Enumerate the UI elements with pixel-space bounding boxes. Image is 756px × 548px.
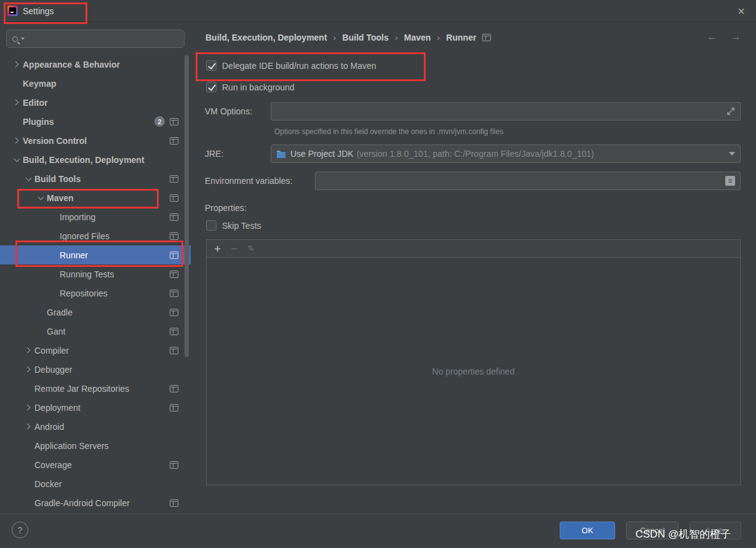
sidebar-item-label: Debugger: [34, 365, 73, 375]
expand-field-icon[interactable]: [726, 107, 735, 116]
sidebar-item-application-servers[interactable]: Application Servers: [0, 436, 191, 455]
sidebar-item-debugger[interactable]: Debugger: [0, 360, 191, 379]
sidebar-item-label: Deployment: [34, 403, 81, 413]
back-arrow-icon[interactable]: ←: [707, 31, 717, 43]
run-in-background-row: Run in background: [206, 82, 295, 92]
breadcrumb-separator-icon: ›: [333, 32, 336, 42]
jre-label: JRE:: [205, 145, 223, 163]
project-settings-icon: [170, 499, 178, 507]
browse-variables-icon[interactable]: ≡: [725, 176, 735, 186]
checkbox-label: Delegate IDE build/run actions to Maven: [222, 61, 376, 71]
project-settings-icon: [170, 328, 178, 335]
chevron-down-icon[interactable]: [14, 156, 20, 162]
sidebar-scrollbar[interactable]: [185, 55, 189, 357]
sidebar-item-docker[interactable]: Docker: [0, 474, 191, 493]
sidebar-item-maven[interactable]: Maven: [0, 188, 191, 207]
delegate-build-run-checkbox[interactable]: [206, 60, 217, 71]
properties-toolbar: + − ✎: [206, 239, 741, 257]
sidebar-item-label: Keymap: [23, 79, 56, 89]
chevron-right-icon[interactable]: [13, 100, 19, 106]
skip-tests-checkbox[interactable]: [206, 220, 217, 231]
edit-property-icon[interactable]: ✎: [247, 244, 255, 253]
checkbox-label: Skip Tests: [222, 221, 261, 231]
sidebar-item-appearance-behavior[interactable]: Appearance & Behavior: [0, 55, 191, 74]
jre-dropdown[interactable]: Use Project JDK (version 1.8.0_101, path…: [271, 145, 741, 163]
project-settings-icon: [170, 290, 178, 297]
sidebar-item-runner[interactable]: Runner: [0, 245, 191, 264]
sidebar-item-label: Docker: [34, 479, 62, 489]
sidebar-item-running-tests[interactable]: Running Tests: [0, 264, 191, 284]
breadcrumb: Build, Execution, Deployment › Build Too…: [205, 32, 491, 42]
sidebar-item-android[interactable]: Android: [0, 417, 191, 436]
project-settings-icon: [170, 175, 178, 183]
delegate-build-run-row: Delegate IDE build/run actions to Maven: [206, 60, 376, 71]
sidebar-item-plugins[interactable]: Plugins 2: [0, 112, 191, 131]
project-settings-icon: [170, 194, 178, 202]
sidebar-item-coverage[interactable]: Coverage: [0, 455, 191, 474]
sidebar-item-label: Importing: [60, 212, 95, 222]
breadcrumb-separator-icon: ›: [437, 32, 440, 42]
sidebar-item-gant[interactable]: Gant: [0, 322, 191, 341]
sidebar-item-gradle-android-compiler[interactable]: Gradle-Android Compiler: [0, 493, 191, 512]
dropdown-caret-icon[interactable]: [729, 152, 735, 156]
chevron-right-icon[interactable]: [25, 367, 31, 373]
project-settings-icon: [170, 309, 178, 316]
chevron-right-icon[interactable]: [13, 62, 19, 68]
sidebar-item-deployment[interactable]: Deployment: [0, 398, 191, 417]
chevron-down-icon[interactable]: [38, 194, 44, 200]
sidebar-item-compiler[interactable]: Compiler: [0, 341, 191, 360]
sidebar-item-version-control[interactable]: Version Control: [0, 131, 191, 150]
chevron-right-icon[interactable]: [25, 424, 31, 430]
project-settings-icon: [170, 271, 178, 278]
environment-variables-label: Environment variables:: [205, 172, 292, 190]
close-icon[interactable]: ×: [738, 4, 745, 18]
sidebar-item-label: Gradle-Android Compiler: [34, 498, 130, 508]
sidebar-item-label: Application Servers: [34, 441, 109, 451]
chevron-right-icon[interactable]: [13, 138, 19, 144]
breadcrumb-item[interactable]: Build Tools: [343, 33, 389, 42]
project-settings-icon: [170, 461, 178, 469]
sidebar-item-label: Repositories: [60, 288, 108, 298]
project-settings-icon: [170, 385, 178, 392]
settings-tree: Appearance & Behavior Keymap Editor Plug…: [0, 55, 191, 512]
sidebar-item-gradle[interactable]: Gradle: [0, 303, 191, 322]
project-settings-icon: [170, 347, 178, 354]
skip-tests-row: Skip Tests: [206, 220, 261, 231]
forward-arrow-icon[interactable]: →: [731, 31, 741, 43]
checkbox-label: Run in background: [222, 82, 295, 92]
vm-options-label: VM Options:: [205, 102, 252, 121]
jdk-folder-icon: [276, 149, 286, 158]
sidebar-item-build-execution-deployment[interactable]: Build, Execution, Deployment: [0, 150, 191, 169]
properties-table[interactable]: No properties defined: [206, 257, 741, 485]
sidebar-item-label: Coverage: [34, 460, 72, 470]
sidebar-item-label: Compiler: [34, 346, 69, 355]
ok-button[interactable]: OK: [560, 522, 615, 539]
sidebar-item-importing[interactable]: Importing: [0, 207, 191, 226]
vm-options-input[interactable]: [271, 102, 741, 121]
plugins-count-badge: 2: [154, 116, 165, 127]
project-settings-icon: [170, 252, 178, 259]
chevron-down-icon[interactable]: [25, 175, 31, 181]
breadcrumb-item[interactable]: Runner: [446, 33, 476, 42]
sidebar-item-label: Appearance & Behavior: [23, 60, 120, 69]
chevron-right-icon[interactable]: [25, 347, 31, 354]
add-property-icon[interactable]: +: [214, 243, 221, 255]
remove-property-icon[interactable]: −: [231, 243, 237, 255]
environment-variables-input[interactable]: ≡: [315, 172, 741, 190]
sidebar-item-build-tools[interactable]: Build Tools: [0, 169, 191, 188]
settings-content: Build, Execution, Deployment › Build Too…: [191, 22, 756, 514]
sidebar-item-editor[interactable]: Editor: [0, 93, 191, 112]
search-input[interactable]: [6, 30, 185, 48]
chevron-right-icon[interactable]: [25, 405, 31, 411]
run-in-background-checkbox[interactable]: [206, 82, 217, 92]
sidebar-item-label: Editor: [23, 98, 47, 108]
sidebar-item-repositories[interactable]: Repositories: [0, 284, 191, 303]
vm-options-hint: Options specified in this field override…: [274, 127, 503, 136]
breadcrumb-item[interactable]: Maven: [404, 33, 431, 42]
help-button[interactable]: ?: [12, 522, 28, 538]
sidebar-item-remote-jar-repositories[interactable]: Remote Jar Repositories: [0, 379, 191, 398]
breadcrumb-item[interactable]: Build, Execution, Deployment: [205, 33, 327, 42]
project-settings-icon: [170, 232, 178, 240]
sidebar-item-ignored-files[interactable]: Ignored Files: [0, 226, 191, 245]
sidebar-item-keymap[interactable]: Keymap: [0, 74, 191, 93]
